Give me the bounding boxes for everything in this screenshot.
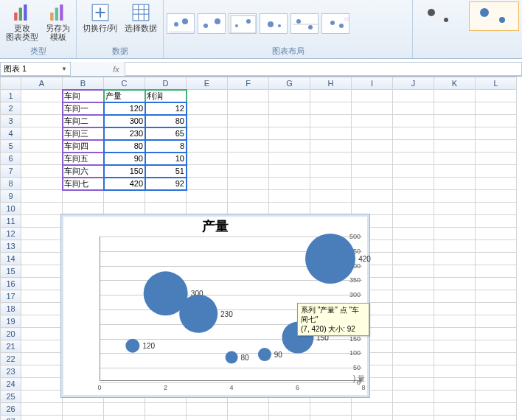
row-header[interactable]: 23 bbox=[1, 365, 21, 378]
cell[interactable] bbox=[393, 90, 434, 102]
cell[interactable] bbox=[393, 215, 434, 228]
cell[interactable] bbox=[393, 178, 434, 190]
col-header[interactable]: D bbox=[145, 77, 187, 90]
cell[interactable]: 300 bbox=[104, 115, 145, 127]
cell[interactable] bbox=[310, 165, 352, 178]
cell[interactable] bbox=[434, 290, 476, 303]
col-header[interactable]: H bbox=[310, 77, 352, 90]
cell[interactable] bbox=[434, 303, 476, 315]
cell[interactable] bbox=[228, 90, 269, 102]
row-header[interactable]: 19 bbox=[1, 315, 21, 328]
cell[interactable]: 车间六 bbox=[63, 165, 104, 178]
cell[interactable] bbox=[21, 403, 63, 416]
cell[interactable] bbox=[145, 416, 187, 421]
formula-input[interactable] bbox=[125, 62, 522, 76]
row-header[interactable]: 14 bbox=[1, 253, 21, 265]
row-header[interactable]: 7 bbox=[1, 165, 21, 178]
row-header[interactable]: 3 bbox=[1, 115, 21, 127]
cell[interactable] bbox=[393, 102, 434, 115]
cell[interactable]: 车间二 bbox=[63, 115, 104, 127]
cell[interactable] bbox=[63, 203, 104, 215]
cell[interactable] bbox=[434, 378, 476, 391]
cell[interactable] bbox=[187, 190, 228, 203]
cell[interactable] bbox=[352, 190, 393, 203]
cell[interactable] bbox=[393, 165, 434, 178]
cell[interactable] bbox=[434, 190, 476, 203]
cell[interactable] bbox=[187, 140, 228, 153]
change-chart-type-button[interactable]: 更改 图表类型 bbox=[3, 1, 41, 45]
cell[interactable]: 车间五 bbox=[63, 153, 104, 165]
cell[interactable] bbox=[21, 365, 63, 378]
cell[interactable] bbox=[310, 102, 352, 115]
col-header[interactable]: F bbox=[228, 77, 269, 90]
cell[interactable] bbox=[434, 153, 476, 165]
cell[interactable] bbox=[21, 278, 63, 290]
cell[interactable] bbox=[352, 115, 393, 127]
cell[interactable] bbox=[434, 328, 476, 340]
cell[interactable] bbox=[21, 127, 63, 140]
cell[interactable] bbox=[310, 153, 352, 165]
cell[interactable] bbox=[21, 140, 63, 153]
cell[interactable] bbox=[352, 140, 393, 153]
cell[interactable] bbox=[21, 165, 63, 178]
cell[interactable] bbox=[393, 378, 434, 391]
cell[interactable] bbox=[476, 203, 517, 215]
cell[interactable]: 利润 bbox=[145, 90, 187, 102]
row-header[interactable]: 9 bbox=[1, 190, 21, 203]
cell[interactable] bbox=[476, 391, 517, 403]
bubble-style-option-selected[interactable] bbox=[469, 1, 519, 31]
cell[interactable] bbox=[434, 353, 476, 365]
cell[interactable] bbox=[393, 153, 434, 165]
cell[interactable] bbox=[269, 178, 310, 190]
col-header[interactable]: I bbox=[352, 77, 393, 90]
cell[interactable] bbox=[476, 416, 517, 421]
cell[interactable] bbox=[393, 340, 434, 353]
cell[interactable] bbox=[393, 228, 434, 240]
cell[interactable]: 80 bbox=[145, 115, 187, 127]
cell[interactable] bbox=[393, 190, 434, 203]
col-header[interactable]: K bbox=[434, 77, 476, 90]
cell[interactable] bbox=[476, 378, 517, 391]
cell[interactable] bbox=[228, 115, 269, 127]
bubble-point[interactable] bbox=[125, 339, 139, 353]
cell[interactable] bbox=[352, 203, 393, 215]
col-header[interactable]: G bbox=[269, 77, 310, 90]
cell[interactable] bbox=[476, 165, 517, 178]
cell[interactable] bbox=[476, 353, 517, 365]
cell[interactable] bbox=[145, 190, 187, 203]
row-header[interactable]: 15 bbox=[1, 265, 21, 278]
row-header[interactable]: 25 bbox=[1, 391, 21, 403]
cell[interactable]: 车间 bbox=[63, 90, 104, 102]
cell[interactable] bbox=[393, 253, 434, 265]
cell[interactable] bbox=[21, 253, 63, 265]
cell[interactable] bbox=[434, 265, 476, 278]
row-header[interactable]: 20 bbox=[1, 328, 21, 340]
cell[interactable] bbox=[187, 203, 228, 215]
cell[interactable] bbox=[228, 165, 269, 178]
cell[interactable] bbox=[434, 365, 476, 378]
cell[interactable] bbox=[21, 391, 63, 403]
cell[interactable] bbox=[434, 278, 476, 290]
cell[interactable] bbox=[434, 102, 476, 115]
cell[interactable] bbox=[228, 178, 269, 190]
col-header[interactable]: C bbox=[104, 77, 145, 90]
cell[interactable] bbox=[476, 127, 517, 140]
col-header[interactable]: E bbox=[187, 77, 228, 90]
cell[interactable] bbox=[393, 240, 434, 253]
row-header[interactable]: 26 bbox=[1, 403, 21, 416]
cell[interactable] bbox=[21, 90, 63, 102]
bubble-style-option[interactable] bbox=[416, 1, 466, 31]
cell[interactable] bbox=[187, 416, 228, 421]
embedded-chart[interactable]: 产量 0501001502002503003504004505000246812… bbox=[60, 214, 370, 398]
cell[interactable] bbox=[228, 102, 269, 115]
cell[interactable] bbox=[476, 403, 517, 416]
row-header[interactable]: 16 bbox=[1, 278, 21, 290]
cell[interactable] bbox=[21, 303, 63, 315]
cell[interactable]: 150 bbox=[104, 165, 145, 178]
cell[interactable] bbox=[434, 391, 476, 403]
cell[interactable] bbox=[476, 140, 517, 153]
cell[interactable]: 车间一 bbox=[63, 102, 104, 115]
cell[interactable] bbox=[269, 115, 310, 127]
cell[interactable] bbox=[476, 290, 517, 303]
cell[interactable] bbox=[310, 127, 352, 140]
